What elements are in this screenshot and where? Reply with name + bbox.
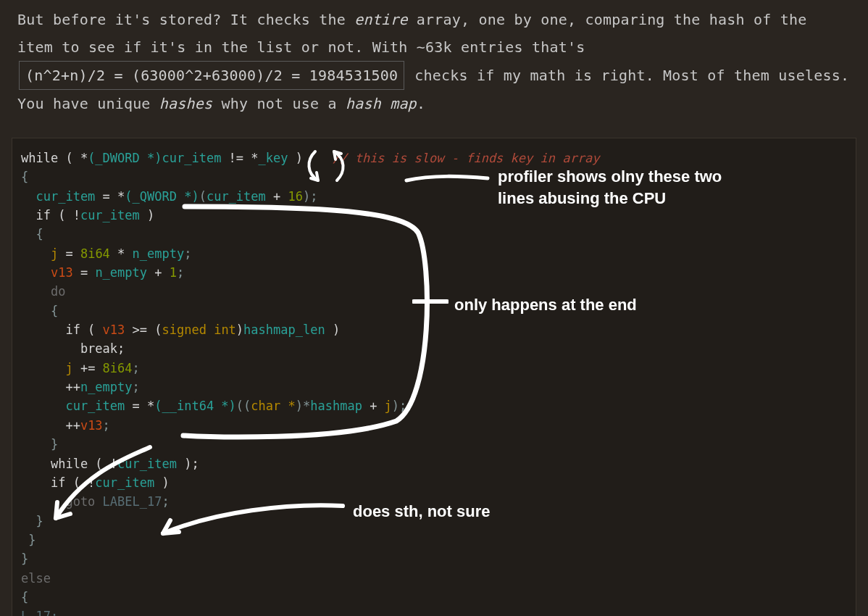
code-comment: // this is slow - finds key in array	[333, 151, 599, 165]
annotation-profiler: profiler shows olny these two lines abus…	[498, 166, 722, 209]
annotation-line: lines abusing the CPU	[498, 188, 722, 209]
decompiled-code: while ( *(_DWORD *)cur_item != *_key ) /…	[21, 149, 847, 616]
annotation-end: only happens at the end	[454, 294, 637, 316]
prose-em: hash map	[346, 95, 417, 112]
annotation-line: profiler shows olny these two	[498, 166, 722, 188]
annotation-does-sth: does sth, not sure	[353, 501, 490, 523]
annotated-code-screenshot: while ( *(_DWORD *)cur_item != *_key ) /…	[12, 138, 856, 616]
prose-text: But before it's stored? It checks the	[17, 11, 354, 28]
article-paragraph: But before it's stored? It checks the en…	[17, 6, 851, 117]
prose-text: .	[417, 95, 425, 112]
inline-math-box: (n^2+n)/2 = (63000^2+63000)/2 = 19845315…	[19, 61, 404, 90]
prose-text: why not use a	[212, 95, 346, 112]
prose-em: hashes	[159, 95, 212, 112]
prose-em: entire	[354, 11, 407, 28]
